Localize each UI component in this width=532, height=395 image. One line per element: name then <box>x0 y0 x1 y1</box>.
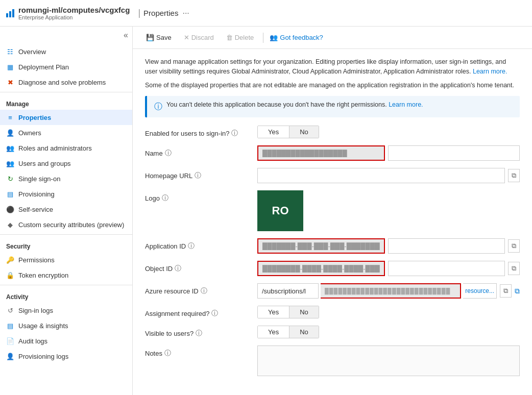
visible-yes-button[interactable]: Yes <box>258 326 289 338</box>
sidebar-item-usage-insights[interactable]: ▤ Usage & insights <box>0 318 132 333</box>
object-id-copy-button[interactable]: ⧉ <box>508 262 520 275</box>
enabled-no-button[interactable]: No <box>289 126 319 138</box>
person-icon: 👤 <box>6 129 14 137</box>
discard-icon: ✕ <box>184 34 189 41</box>
shield-icon: ◆ <box>6 220 14 229</box>
name-input[interactable] <box>257 145 385 161</box>
sidebar-item-provisioning-logs[interactable]: 👤 Provisioning logs <box>0 349 132 364</box>
sidebar-collapse-button[interactable]: « <box>124 31 128 40</box>
azure-resource-prefix-input[interactable] <box>257 283 319 299</box>
name-info-icon[interactable]: ⓘ <box>165 149 172 158</box>
logo-area: romungi-ml/computes/vcgxfcg Enterprise A… <box>6 6 130 20</box>
info-circle-icon: ⓘ <box>154 102 162 112</box>
warning-text: You can't delete this application becaus… <box>166 101 423 108</box>
app-id-input-2[interactable] <box>388 238 505 254</box>
sidebar-item-signin-logs[interactable]: ↺ Sign-in logs <box>0 303 132 318</box>
doc-icon: 📄 <box>6 337 14 345</box>
enabled-toggle: Yes No <box>257 126 319 138</box>
assignment-yes-button[interactable]: Yes <box>258 306 289 318</box>
x-wrench-icon: ✖ <box>6 78 14 86</box>
notes-label: Notes ⓘ <box>145 345 257 358</box>
app-id-control: ⧉ <box>257 238 520 254</box>
sidebar-label-audit-logs: Audit logs <box>18 337 47 345</box>
form-row-enabled: Enabled for users to sign-in? ⓘ Yes No <box>145 126 520 138</box>
azure-resource-info-icon[interactable]: ⓘ <box>201 286 207 295</box>
azure-resource-copy-button[interactable]: ⧉ <box>500 284 512 298</box>
form-row-app-id: Application ID ⓘ ⧉ <box>145 238 520 254</box>
sidebar-label-provisioning-logs: Provisioning logs <box>18 353 68 360</box>
toolbar-separator <box>263 33 263 43</box>
people-icon: 👥 <box>6 159 14 167</box>
logo-label: Logo ⓘ <box>145 190 257 203</box>
key-icon: 🔑 <box>6 256 14 264</box>
logo-info-icon[interactable]: ⓘ <box>162 193 168 203</box>
sidebar-label-overview: Overview <box>18 48 46 56</box>
azure-resource-open-icon[interactable]: ⧉ <box>515 287 520 295</box>
sidebar-item-deployment[interactable]: ▦ Deployment Plan <box>0 59 132 75</box>
table-icon: ▦ <box>6 63 14 71</box>
object-id-info-icon[interactable]: ⓘ <box>175 264 181 273</box>
sidebar-item-owners[interactable]: 👤 Owners <box>0 125 132 140</box>
sidebar-item-overview[interactable]: ☷ Overview <box>0 44 132 59</box>
assignment-no-button[interactable]: No <box>289 306 319 318</box>
app-path: romungi-ml/computes/vcgxfcg <box>18 6 130 14</box>
notes-control <box>257 345 520 376</box>
sidebar-label-custom-security: Custom security attributes (preview) <box>18 221 124 229</box>
app-id-info-icon[interactable]: ⓘ <box>188 241 195 251</box>
homepage-input[interactable] <box>257 168 505 183</box>
sidebar-label-permissions: Permissions <box>18 256 55 264</box>
sidebar-item-provisioning[interactable]: ▤ Provisioning <box>0 186 132 202</box>
assignment-label: Assignment required? ⓘ <box>145 306 257 318</box>
enabled-yes-button[interactable]: Yes <box>258 126 289 138</box>
sidebar-item-diagnose[interactable]: ✖ Diagnose and solve problems <box>0 75 132 90</box>
assignment-info-icon[interactable]: ⓘ <box>211 309 218 318</box>
homepage-info-icon[interactable]: ⓘ <box>195 171 201 180</box>
circle-arrow-icon: ↻ <box>6 175 14 183</box>
toolbar: 💾 Save ✕ Discard 🗑 Delete 👥 Got feedback… <box>133 27 532 49</box>
sidebar-item-audit-logs[interactable]: 📄 Audit logs <box>0 333 132 349</box>
sidebar-section-activity: Activity <box>0 287 132 303</box>
info-text-2: Some of the displayed properties that ar… <box>145 81 520 90</box>
form-row-homepage: Homepage URL ⓘ ⧉ <box>145 168 520 183</box>
sidebar-label-roles: Roles and administrators <box>18 144 92 152</box>
sidebar-collapse-area: « <box>0 27 132 44</box>
object-id-input-2[interactable] <box>388 261 505 276</box>
azure-resource-row: ████████████████████████████ resource... <box>257 283 497 299</box>
sidebar-divider-activity <box>0 285 132 285</box>
notes-textarea[interactable] <box>257 345 520 376</box>
name-input-2[interactable] <box>388 145 520 161</box>
sidebar-item-users-groups[interactable]: 👥 Users and groups <box>0 156 132 171</box>
discard-button[interactable]: ✕ Discard <box>181 32 217 43</box>
visible-info-icon[interactable]: ⓘ <box>196 329 202 338</box>
notes-info-icon[interactable]: ⓘ <box>164 349 171 358</box>
sidebar-item-sso[interactable]: ↻ Single sign-on <box>0 171 132 186</box>
app-id-input[interactable] <box>257 238 385 254</box>
object-id-input[interactable] <box>257 261 385 276</box>
app-id-copy-button[interactable]: ⧉ <box>508 239 520 253</box>
app-type: Enterprise Application <box>18 14 130 20</box>
sidebar-item-custom-security[interactable]: ◆ Custom security attributes (preview) <box>0 217 132 232</box>
sidebar-item-roles[interactable]: 👥 Roles and administrators <box>0 140 132 156</box>
delete-button[interactable]: 🗑 Delete <box>223 32 257 43</box>
homepage-copy-button[interactable]: ⧉ <box>508 169 520 182</box>
feedback-label: Got feedback? <box>280 34 323 41</box>
logo-preview: RO <box>257 190 303 231</box>
sidebar-item-properties[interactable]: ≡ Properties <box>0 110 132 125</box>
feedback-button[interactable]: 👥 Got feedback? <box>270 34 323 41</box>
sidebar-item-permissions[interactable]: 🔑 Permissions <box>0 252 132 267</box>
learn-more-link-1[interactable]: Learn more. <box>473 68 507 75</box>
learn-more-link-2[interactable]: Learn more. <box>389 101 423 108</box>
visible-no-button[interactable]: No <box>289 326 319 338</box>
more-options-icon[interactable]: ··· <box>182 9 189 18</box>
save-button[interactable]: 💾 Save <box>143 32 175 43</box>
sidebar-label-usage-insights: Usage & insights <box>18 322 68 330</box>
sidebar-divider-manage <box>0 92 132 92</box>
sidebar-item-token-encryption[interactable]: 🔒 Token encryption <box>0 267 132 283</box>
discard-label: Discard <box>191 34 214 41</box>
feedback-icon: 👥 <box>270 34 278 41</box>
enabled-info-icon[interactable]: ⓘ <box>231 129 238 138</box>
assignment-toggle: Yes No <box>257 306 319 318</box>
properties-form: Enabled for users to sign-in? ⓘ Yes No N… <box>145 126 520 376</box>
form-row-notes: Notes ⓘ <box>145 345 520 376</box>
sidebar-item-self-service[interactable]: ⚫ Self-service <box>0 202 132 217</box>
